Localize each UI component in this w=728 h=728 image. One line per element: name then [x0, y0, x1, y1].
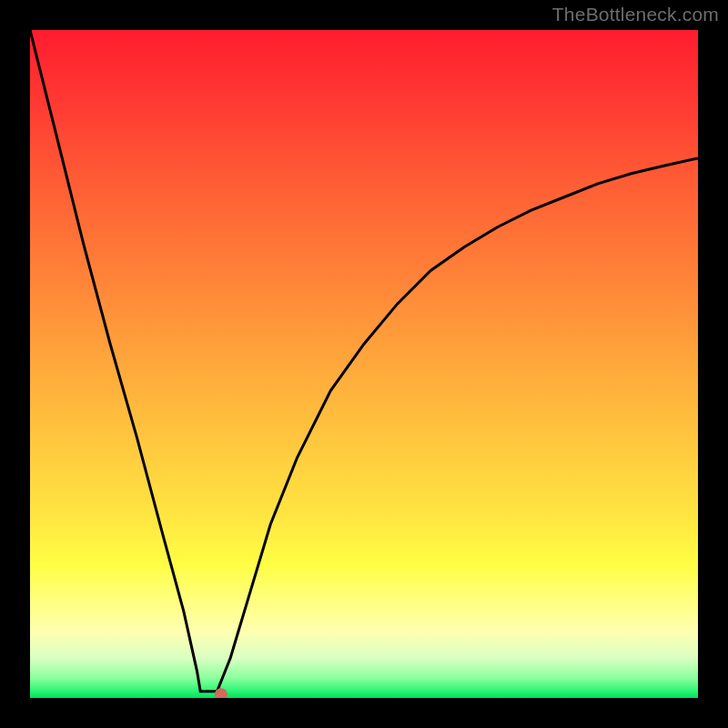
plot-area: [30, 30, 698, 698]
bottleneck-curve-svg: [30, 30, 698, 698]
bottleneck-curve-path: [30, 30, 698, 692]
chart-frame: TheBottleneck.com: [0, 0, 728, 728]
watermark-label: TheBottleneck.com: [552, 4, 719, 25]
